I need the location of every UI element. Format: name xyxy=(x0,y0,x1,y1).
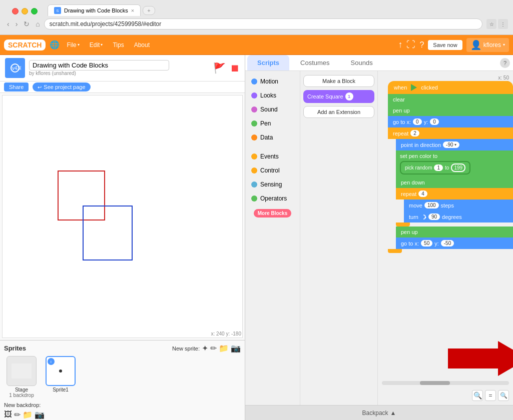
category-data[interactable]: Data xyxy=(247,131,298,144)
new-sprite-camera-btn[interactable]: 📷 xyxy=(231,344,241,353)
back-btn[interactable]: ‹ xyxy=(5,19,12,29)
category-operators[interactable]: Operators xyxy=(247,192,298,205)
about-menu[interactable]: About xyxy=(131,40,153,50)
backdrop-pencil-btn[interactable]: ✏ xyxy=(14,410,21,420)
stage-item[interactable]: Stage 1 backdrop xyxy=(4,356,39,398)
main-script-block[interactable]: when clicked clear pen up go to x: xyxy=(388,81,513,253)
bookmark-icon[interactable]: ☆ xyxy=(486,19,496,29)
browser-tab[interactable]: S Drawing with Code Blocks × xyxy=(48,4,141,16)
pen-up-block[interactable]: pen up xyxy=(388,105,513,116)
sprites-panel: Sprites New sprite: ✦ ✏ 📁 📷 Stage xyxy=(0,340,245,420)
minimize-window-btn[interactable] xyxy=(22,8,28,14)
upload-icon[interactable]: ↑ xyxy=(398,40,402,50)
repeat-4-block[interactable]: repeat 4 xyxy=(396,188,513,200)
help-question-icon[interactable]: ? xyxy=(500,58,510,68)
clear-block[interactable]: clear xyxy=(388,94,513,105)
maximize-window-btn[interactable] xyxy=(31,8,38,14)
move-steps-value[interactable]: 100 xyxy=(424,202,439,208)
go-to-xy2-block[interactable]: go to x: 50 y: -50 xyxy=(396,238,513,249)
repeat-2-value[interactable]: 2 xyxy=(410,130,419,136)
repeat-4-value[interactable]: 4 xyxy=(418,190,427,197)
help-icon[interactable]: ? xyxy=(419,40,424,50)
stop-btn[interactable]: ⏹ xyxy=(230,62,240,74)
pen-down-block[interactable]: pen down xyxy=(396,177,513,188)
file-menu[interactable]: File▾ xyxy=(64,40,82,50)
new-sprite-star-btn[interactable]: ✦ xyxy=(202,344,208,353)
tab-costumes[interactable]: Costumes xyxy=(290,55,340,70)
when-clicked-block[interactable]: when clicked xyxy=(388,81,513,94)
point-direction-block[interactable]: point in direction -90▾ xyxy=(396,139,513,150)
direction-value[interactable]: -90▾ xyxy=(443,142,459,148)
category-looks[interactable]: Looks xyxy=(247,89,298,102)
scripts-area: Motion Looks Sound Pen Data xyxy=(245,71,513,405)
tips-menu[interactable]: Tips xyxy=(110,40,127,50)
go-to-y2-value[interactable]: -50 xyxy=(441,240,454,246)
backpack-bar[interactable]: Backpack ▲ xyxy=(245,405,513,420)
zoom-out-btn[interactable]: 🔍 xyxy=(498,390,509,401)
repeat-4-end xyxy=(396,222,410,226)
pick-random-to-value[interactable]: 199 xyxy=(451,164,465,172)
green-flag-btn[interactable]: 🚩 xyxy=(213,62,226,74)
sprites-list: Stage 1 backdrop i Sprite1 xyxy=(4,356,241,398)
tab-sounds[interactable]: Sounds xyxy=(341,55,383,70)
new-tab-btn[interactable]: + xyxy=(143,6,155,15)
category-events[interactable]: Events xyxy=(247,150,298,163)
events-color-dot xyxy=(251,154,257,160)
backdrop-paint-btn[interactable]: 🖼 xyxy=(4,410,12,420)
go-to-x2-value[interactable]: 50 xyxy=(421,240,432,246)
pen-up2-block[interactable]: pen up xyxy=(396,226,513,238)
arrow-graphic xyxy=(448,341,513,378)
make-block-btn[interactable]: Make a Block xyxy=(303,75,374,87)
zoom-fit-btn[interactable]: = xyxy=(485,390,496,401)
category-motion[interactable]: Motion xyxy=(247,75,298,88)
turn-degrees-value[interactable]: 90 xyxy=(428,214,440,220)
browser-chrome: S Drawing with Code Blocks × + ‹ › ↻ ⌂ ☆… xyxy=(0,0,513,35)
refresh-btn[interactable]: ↻ xyxy=(22,19,32,29)
project-title-input[interactable] xyxy=(29,60,169,70)
go-to-x-value[interactable]: 0 xyxy=(413,118,422,125)
category-sound[interactable]: Sound xyxy=(247,103,298,116)
set-pen-color-block[interactable]: set pen color to pick random 1 to 199 xyxy=(396,150,513,177)
address-bar[interactable] xyxy=(44,18,482,30)
sprite1-item[interactable]: i Sprite1 xyxy=(43,356,78,398)
new-sprite-paint-btn[interactable]: ✏ xyxy=(210,344,217,353)
svg-rect-2 xyxy=(12,364,32,378)
add-extension-btn[interactable]: Add an Extension xyxy=(303,106,374,118)
zoom-in-btn[interactable]: 🔍 xyxy=(472,390,483,401)
backdrop-camera-btn[interactable]: 📷 xyxy=(35,410,45,420)
turn-degrees-block[interactable]: turn 90 degrees xyxy=(404,211,513,222)
workspace-scrollbar[interactable] xyxy=(378,379,513,387)
backdrop-upload-btn[interactable]: 📁 xyxy=(23,410,33,420)
go-to-y-value[interactable]: 0 xyxy=(430,118,439,125)
category-sensing[interactable]: Sensing xyxy=(247,178,298,191)
scrollbar-thumb[interactable] xyxy=(420,381,450,385)
pick-random-block[interactable]: pick random 1 to 199 xyxy=(400,161,470,174)
new-sprite-upload-btn[interactable]: 📁 xyxy=(219,344,229,353)
save-now-btn[interactable]: Save now xyxy=(428,40,462,50)
category-control[interactable]: Control xyxy=(247,164,298,177)
create-square-block[interactable]: Create Square 1 xyxy=(303,90,374,103)
language-icon[interactable]: 🌐 xyxy=(50,40,60,50)
fullscreen-icon[interactable]: ⛶ xyxy=(406,40,415,50)
user-dropdown-icon: ▾ xyxy=(503,42,505,47)
settings-icon[interactable]: ⋮ xyxy=(498,19,508,29)
move-steps-block[interactable]: move 100 steps xyxy=(404,200,513,211)
go-to-xy-block[interactable]: go to x: 0 y: 0 xyxy=(388,116,513,128)
see-project-btn[interactable]: ↩ See project page xyxy=(33,82,90,92)
category-pen[interactable]: Pen xyxy=(247,117,298,130)
category-more-blocks[interactable]: More Blocks xyxy=(247,206,298,220)
repeat-2-block[interactable]: repeat 2 xyxy=(388,128,513,139)
svg-marker-5 xyxy=(448,341,513,376)
home-btn[interactable]: ⌂ xyxy=(34,19,42,29)
looks-color-dot xyxy=(251,92,257,98)
data-color-dot xyxy=(251,134,257,140)
user-area[interactable]: 👤 kflores ▾ xyxy=(466,38,509,52)
tab-close-btn[interactable]: × xyxy=(131,8,134,14)
edit-menu[interactable]: Edit▾ xyxy=(87,40,106,50)
tab-scripts[interactable]: Scripts xyxy=(247,55,289,70)
sprite-badge: i xyxy=(48,358,55,365)
share-btn[interactable]: Share xyxy=(4,82,29,92)
forward-btn[interactable]: › xyxy=(14,19,20,29)
project-meta: by kflores (unshared) xyxy=(29,70,209,76)
close-window-btn[interactable] xyxy=(12,8,19,14)
